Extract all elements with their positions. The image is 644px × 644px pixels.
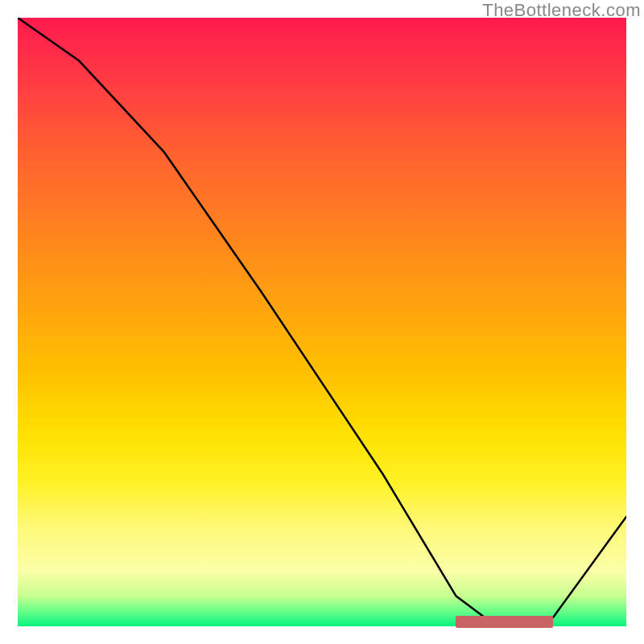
watermark-text: TheBottleneck.com [482,0,641,21]
curve-overlay [18,18,626,626]
optimum-marker [456,616,553,628]
plot-area [18,18,626,626]
chart-curve [18,18,626,623]
chart-canvas: TheBottleneck.com [0,0,644,644]
